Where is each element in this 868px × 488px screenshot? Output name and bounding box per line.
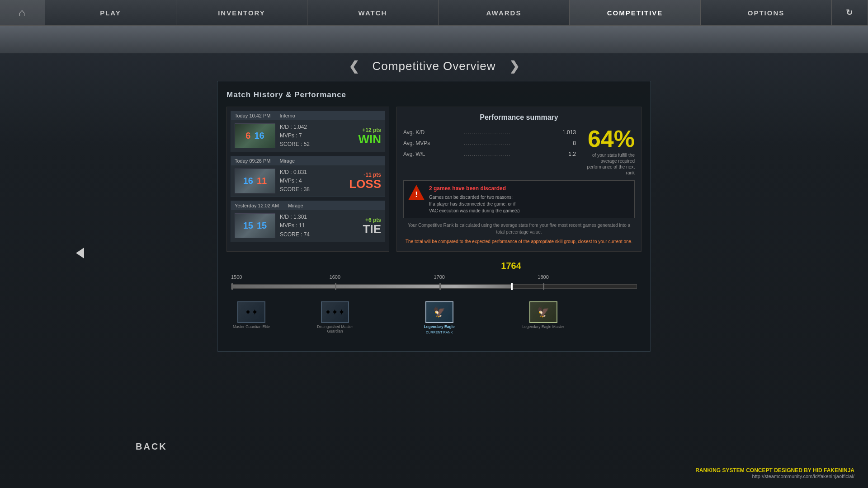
score-left: 16 bbox=[243, 176, 253, 186]
performance-summary: Performance summary Avg. K/D ...........… bbox=[396, 107, 642, 252]
home-icon: ⌂ bbox=[19, 6, 26, 19]
perf-subtext1: of your stats fulfill the average requir… bbox=[580, 152, 635, 164]
rank-bar-section: 1764 1500 1600 1700 1800 bbox=[226, 261, 642, 342]
avg-mvps-label: Avg. MVPs bbox=[403, 138, 462, 149]
main-panel: Match History & Performance Today 10:42 … bbox=[217, 81, 651, 352]
match-stats: K/D : 1.042 MVPs : 7 SCORE : 52 bbox=[280, 123, 340, 149]
prev-page-arrow[interactable]: ❮ bbox=[349, 59, 359, 74]
score-right: 15 bbox=[257, 221, 267, 231]
match-mvps: MVPs : 7 bbox=[280, 131, 340, 140]
avg-stats: Avg. K/D ........................ 1.013 … bbox=[403, 127, 576, 160]
rank-bar-fill bbox=[231, 285, 511, 288]
main-container: ❮ Competitive Overview ❯ Match History &… bbox=[217, 59, 651, 352]
current-score-label: 1764 bbox=[501, 261, 521, 271]
info-text1: Your Competitive Rank is calculated usin… bbox=[403, 222, 635, 235]
match-result: +12 pts WIN bbox=[345, 127, 381, 145]
avg-kd-label: Avg. K/D bbox=[403, 127, 462, 138]
match-kd: K/D : 0.831 bbox=[280, 168, 340, 177]
tick-mark-1800 bbox=[543, 283, 544, 290]
tick-labels: 1500 1600 1700 1800 bbox=[231, 274, 637, 283]
nav-options[interactable]: OPTIONS bbox=[701, 0, 832, 25]
match-time: Today 09:26 PM bbox=[235, 158, 271, 164]
score-left: 6 bbox=[245, 131, 250, 141]
match-score: SCORE : 74 bbox=[280, 230, 340, 239]
match-time: Today 10:42 PM bbox=[235, 113, 271, 118]
rank-bar-indicator bbox=[511, 283, 513, 290]
match-result: +6 pts TIE bbox=[345, 217, 381, 235]
avg-wl-value: 1.2 bbox=[568, 149, 576, 160]
tick-mark-1600 bbox=[335, 283, 336, 290]
current-rank-label: CURRENT RANK bbox=[426, 330, 453, 334]
rank-lem: 🦅 Legendary Eagle Master bbox=[519, 301, 568, 329]
perf-right: 64% of your stats fulfill the average re… bbox=[580, 127, 635, 176]
nav-awards[interactable]: AWARDS bbox=[439, 0, 570, 25]
avg-wl-row: Avg. W/L ........................ 1.2 bbox=[403, 149, 576, 160]
match-kd: K/D : 1.301 bbox=[280, 213, 340, 221]
dmg-badge: ✦✦✦ bbox=[321, 301, 349, 323]
match-body: 6 16 K/D : 1.042 MVPs : 7 SCORE : 52 +12… bbox=[231, 120, 385, 152]
perf-title: Performance summary bbox=[403, 113, 635, 122]
perf-subtext2: performance of the next rank bbox=[580, 164, 635, 176]
match-score: SCORE : 52 bbox=[280, 140, 340, 149]
match-score: SCORE : 38 bbox=[280, 185, 340, 194]
rank-icons-row: ✦✦ Master Guardian Elite ✦✦✦ Distinguish… bbox=[231, 301, 637, 342]
match-entry[interactable]: Today 10:42 PM Inferno 6 16 K/D : 1.042 … bbox=[231, 111, 385, 152]
match-map: Inferno bbox=[280, 113, 295, 118]
nav-competitive[interactable]: COMPETITIVE bbox=[570, 0, 701, 25]
match-body: 16 11 K/D : 0.831 MVPs : 4 SCORE : 38 -1… bbox=[231, 165, 385, 197]
le-badge: 🦅 bbox=[425, 301, 453, 323]
rank-dmg: ✦✦✦ Distinguished Master Guardian bbox=[312, 301, 358, 333]
match-result-label: TIE bbox=[345, 223, 381, 235]
cursor bbox=[76, 248, 84, 258]
score-right: 11 bbox=[257, 176, 267, 186]
perf-left: Avg. K/D ........................ 1.013 … bbox=[403, 127, 576, 176]
big-percent: 64% bbox=[580, 127, 635, 150]
dmg-label: Distinguished Master Guardian bbox=[312, 324, 358, 333]
match-stats: K/D : 1.301 MVPs : 11 SCORE : 74 bbox=[280, 213, 340, 239]
info-text2: The total will be compared to the expect… bbox=[403, 238, 635, 245]
match-header: Yesterday 12:02 AM Mirage bbox=[231, 201, 385, 210]
match-entry[interactable]: Yesterday 12:02 AM Mirage 15 15 K/D : 1.… bbox=[231, 201, 385, 242]
avg-mvps-value: 8 bbox=[573, 138, 576, 149]
match-body: 15 15 K/D : 1.301 MVPs : 11 SCORE : 74 +… bbox=[231, 210, 385, 242]
nav-play[interactable]: PLAY bbox=[45, 0, 176, 25]
lem-badge: 🦅 bbox=[529, 301, 557, 323]
match-result-label: WIN bbox=[345, 133, 381, 145]
avg-wl-label: Avg. W/L bbox=[403, 149, 462, 160]
match-mvps: MVPs : 4 bbox=[280, 177, 340, 185]
match-entry[interactable]: Today 09:26 PM Mirage 16 11 K/D : 0.831 … bbox=[231, 156, 385, 197]
avg-kd-value: 1.013 bbox=[562, 127, 576, 138]
le-label: Legendary Eagle bbox=[424, 324, 455, 329]
rank-le: 🦅 Legendary Eagle CURRENT RANK bbox=[417, 301, 462, 334]
match-stats: K/D : 0.831 MVPs : 4 SCORE : 38 bbox=[280, 168, 340, 194]
match-mvps: MVPs : 11 bbox=[280, 221, 340, 230]
back-button[interactable]: BACK bbox=[136, 441, 167, 452]
mge-badge: ✦✦ bbox=[237, 301, 265, 323]
warning-icon: ! bbox=[408, 184, 425, 201]
match-map-image: 15 15 bbox=[235, 213, 275, 238]
match-map: Mirage bbox=[280, 158, 295, 164]
mge-label: Master Guardian Elite bbox=[233, 324, 270, 329]
refresh-icon: ↻ bbox=[846, 8, 854, 18]
rank-bar bbox=[231, 284, 637, 289]
score-right: 16 bbox=[254, 131, 264, 141]
nav-inventory[interactable]: INVENTORY bbox=[176, 0, 307, 25]
sub-banner bbox=[0, 26, 868, 53]
nav-watch[interactable]: WATCH bbox=[307, 0, 439, 25]
score-left: 15 bbox=[243, 221, 253, 231]
nav-home[interactable]: ⌂ bbox=[0, 0, 45, 25]
tick-mark-1700 bbox=[439, 283, 441, 290]
match-result: -11 pts LOSS bbox=[345, 172, 381, 190]
rank-mge: ✦✦ Master Guardian Elite bbox=[231, 301, 272, 329]
discarded-title: 2 games have been discarded bbox=[429, 184, 519, 192]
page-title: Competitive Overview bbox=[373, 59, 496, 73]
tick-mark-1500 bbox=[231, 283, 233, 290]
next-page-arrow[interactable]: ❯ bbox=[509, 59, 519, 74]
avg-mvps-row: Avg. MVPs ........................ 8 bbox=[403, 138, 576, 149]
match-map-image: 6 16 bbox=[235, 123, 275, 148]
footer-credit-url: http://steamcommunity.com/id/fakeninjaof… bbox=[695, 474, 854, 479]
discarded-box: ! 2 games have been discarded Games can … bbox=[403, 180, 635, 218]
avg-kd-row: Avg. K/D ........................ 1.013 bbox=[403, 127, 576, 138]
footer-credit-title: RANKING SYSTEM CONCEPT DESIGNED BY HID F… bbox=[695, 467, 854, 474]
nav-refresh[interactable]: ↻ bbox=[832, 0, 868, 25]
